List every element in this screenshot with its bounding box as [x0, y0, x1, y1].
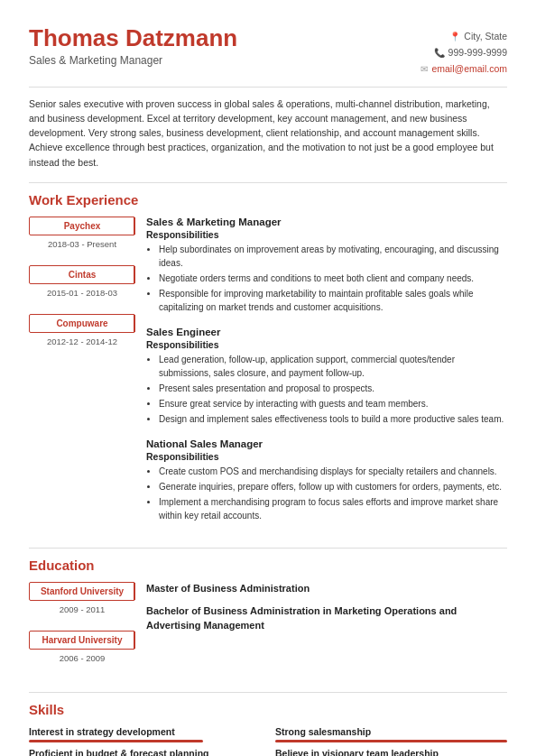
- phone-item: 📞 999-999-9999: [420, 45, 507, 61]
- education-section: Education Stanford University 2009 - 201…: [29, 558, 507, 679]
- skills-grid: Interest in strategy development Strong …: [29, 726, 507, 756]
- email-item: ✉ email@email.com: [420, 61, 507, 78]
- edu-date-0: 2009 - 2011: [29, 604, 135, 614]
- job-entry-2: National Sales Manager Responsibilities …: [146, 438, 507, 522]
- education-right: Master of Business Administration Bachel…: [146, 582, 507, 679]
- header-left: Thomas Datzmann Sales & Marketing Manage…: [29, 25, 237, 67]
- summary-text: Senior sales executive with proven succe…: [29, 97, 507, 170]
- bullet-0-2: Responsible for improving marketability …: [159, 287, 507, 314]
- work-experience-left: Paychex 2018-03 - Present Cintas 2015-01…: [29, 217, 146, 535]
- header-right: 📍 City, State 📞 999-999-9999 ✉ email@ema…: [420, 29, 507, 78]
- bullet-list-2: Create custom POS and merchandising disp…: [146, 465, 507, 522]
- bullet-2-0: Create custom POS and merchandising disp…: [159, 465, 507, 478]
- company-group-1: Cintas 2015-01 - 2018-03: [29, 265, 135, 298]
- resume-page: Thomas Datzmann Sales & Marketing Manage…: [0, 0, 536, 756]
- edu-entry-0: Master of Business Administration: [146, 582, 507, 595]
- phone-icon: 📞: [434, 45, 445, 60]
- job-title-1: Sales Engineer: [146, 327, 507, 337]
- skill-label-2: Proficient in budget & forecast planning: [29, 748, 261, 756]
- skill-item-2: Proficient in budget & forecast planning: [29, 748, 261, 756]
- location-icon: 📍: [449, 29, 460, 44]
- date-range-0: 2018-03 - Present: [29, 239, 135, 249]
- bullet-0-0: Help subordinates on improvement areas b…: [159, 243, 507, 270]
- work-experience-title: Work Experience: [29, 192, 507, 207]
- skill-item-3: Believe in visionary team leadership: [275, 748, 507, 756]
- edu-group-1: Harvard University 2006 - 2009: [29, 631, 135, 663]
- bullet-2-1: Generate inquiries, prepare offers, foll…: [159, 480, 507, 493]
- job-title-0: Sales & Marketing Manager: [146, 217, 507, 227]
- candidate-name: Thomas Datzmann: [29, 25, 237, 51]
- bullet-2-2: Implement a merchandising program to foc…: [159, 495, 507, 522]
- resp-label-0: Responsibilities: [146, 229, 507, 240]
- education-content: Stanford University 2009 - 2011 Harvard …: [29, 582, 507, 679]
- work-experience-section: Work Experience Paychex 2018-03 - Presen…: [29, 192, 507, 535]
- bullet-1-3: Design and implement sales effectiveness…: [159, 412, 507, 426]
- job-entry-0: Sales & Marketing Manager Responsibiliti…: [146, 217, 507, 314]
- bullet-0-1: Negotiate orders terms and conditions to…: [159, 272, 507, 285]
- job-entry-1: Sales Engineer Responsibilities Lead gen…: [146, 327, 507, 426]
- skills-divider: [29, 692, 507, 693]
- education-left: Stanford University 2009 - 2011 Harvard …: [29, 582, 146, 679]
- skill-bar-1: [275, 740, 507, 742]
- resp-label-2: Responsibilities: [146, 451, 507, 462]
- skill-item-0: Interest in strategy development: [29, 726, 261, 742]
- phone-text: 999-999-9999: [448, 45, 507, 61]
- skill-item-1: Strong salesmanship: [275, 726, 507, 742]
- edu-entry-1: Bachelor of Business Administration in M…: [146, 604, 507, 632]
- school-tag-1: Harvard University: [29, 631, 135, 650]
- email-icon: ✉: [420, 61, 428, 77]
- summary-divider: [29, 182, 507, 183]
- company-group-2: Compuware 2012-12 - 2014-12: [29, 314, 135, 346]
- edu-degree-0: Master of Business Administration: [146, 582, 507, 595]
- job-title-2: National Sales Manager: [146, 438, 507, 449]
- company-group-0: Paychex 2018-03 - Present: [29, 217, 135, 249]
- skills-title: Skills: [29, 702, 507, 717]
- edu-degree-1: Bachelor of Business Administration in M…: [146, 604, 507, 632]
- company-tag-1: Cintas: [29, 265, 135, 284]
- header: Thomas Datzmann Sales & Marketing Manage…: [29, 25, 507, 78]
- location-text: City, State: [464, 29, 507, 45]
- work-experience-content: Paychex 2018-03 - Present Cintas 2015-01…: [29, 217, 507, 535]
- education-divider: [29, 548, 507, 549]
- email-link[interactable]: email@email.com: [431, 61, 507, 78]
- edu-date-1: 2006 - 2009: [29, 653, 135, 663]
- candidate-title: Sales & Marketing Manager: [29, 54, 237, 67]
- skill-label-0: Interest in strategy development: [29, 726, 261, 737]
- bullet-1-1: Present sales presentation and proposal …: [159, 382, 507, 395]
- date-range-1: 2015-01 - 2018-03: [29, 288, 135, 298]
- company-tag-2: Compuware: [29, 314, 135, 333]
- header-divider: [29, 87, 507, 88]
- skill-label-1: Strong salesmanship: [275, 726, 507, 737]
- school-tag-0: Stanford University: [29, 582, 135, 601]
- location-item: 📍 City, State: [420, 29, 507, 45]
- bullet-1-2: Ensure great service by interacting with…: [159, 397, 507, 410]
- resp-label-1: Responsibilities: [146, 339, 507, 350]
- skill-label-3: Believe in visionary team leadership: [275, 748, 507, 756]
- bullet-list-0: Help subordinates on improvement areas b…: [146, 243, 507, 314]
- company-tag-0: Paychex: [29, 217, 135, 235]
- date-range-2: 2012-12 - 2014-12: [29, 337, 135, 346]
- edu-group-0: Stanford University 2009 - 2011: [29, 582, 135, 614]
- education-title: Education: [29, 558, 507, 573]
- bullet-1-0: Lead generation, follow-up, application …: [159, 353, 507, 380]
- skill-bar-0: [29, 740, 203, 742]
- bullet-list-1: Lead generation, follow-up, application …: [146, 353, 507, 426]
- skills-section: Skills Interest in strategy development …: [29, 702, 507, 756]
- work-experience-right: Sales & Marketing Manager Responsibiliti…: [146, 217, 507, 535]
